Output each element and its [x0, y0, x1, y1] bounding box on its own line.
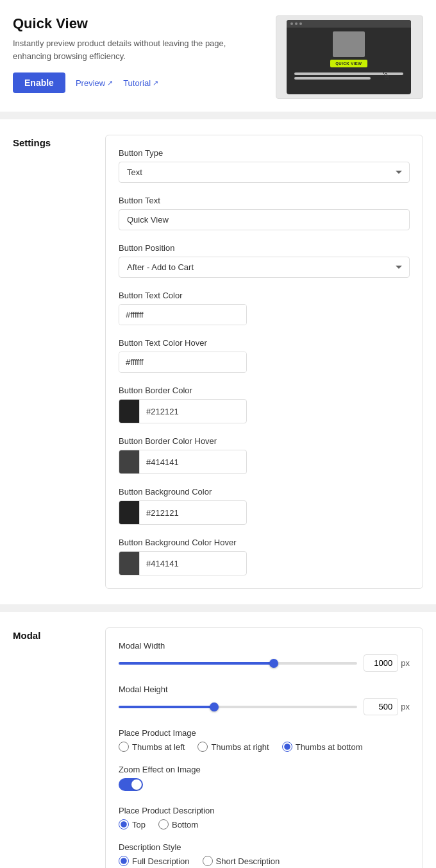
modal-width-thumb[interactable] [269, 659, 278, 668]
modal-panel: Modal Width px Modal Height [105, 627, 423, 868]
modal-width-input[interactable] [364, 654, 398, 672]
hero-content: Quick View Instantly preview product det… [13, 15, 265, 93]
button-text-color-hover-wrapper [119, 352, 247, 373]
modal-width-track[interactable] [119, 662, 357, 665]
description-style-group: Full Description Short Description [119, 856, 410, 866]
modal-height-label: Modal Height [119, 685, 410, 694]
thumbs-bottom-option[interactable]: Thumbs at bottom [282, 742, 363, 752]
button-text-color-hover-field: Button Text Color Hover [119, 338, 410, 373]
settings-panel: Button Type Text Icon Text + Icon Button… [105, 135, 423, 589]
button-position-select[interactable]: After - Add to Cart Before - Add to Cart… [119, 257, 410, 278]
button-text-color-hover-input[interactable] [119, 352, 246, 372]
external-link-icon-2: ↗ [153, 79, 158, 87]
button-border-color-input[interactable] [140, 402, 247, 421]
divider-1 [0, 112, 436, 119]
thumbs-left-radio[interactable] [119, 742, 129, 752]
zoom-effect-field: Zoom Effect on Image [119, 765, 410, 793]
desc-bottom-option[interactable]: Bottom [158, 819, 198, 830]
mockup-product-image [333, 31, 365, 57]
thumbs-right-option[interactable]: Thumbs at right [197, 742, 269, 752]
preview-link[interactable]: Preview ↗ [76, 78, 113, 88]
divider-2 [0, 604, 436, 612]
modal-height-slider-row: px [119, 698, 410, 715]
button-bg-color-hover-input[interactable] [140, 554, 247, 574]
modal-width-value-wrapper: px [364, 654, 410, 672]
thumbs-left-option[interactable]: Thumbs at left [119, 742, 185, 752]
button-text-label: Button Text [119, 196, 410, 205]
button-text-color-label: Button Text Color [119, 291, 410, 300]
hero-image: QUICK VIEW 🖱 [276, 15, 423, 99]
modal-height-input[interactable] [364, 698, 398, 715]
button-border-color-wrapper [119, 399, 247, 423]
button-border-color-label: Button Border Color [119, 386, 410, 395]
place-product-desc-label: Place Product Description [119, 806, 410, 815]
place-product-image-label: Place Product Image [119, 728, 410, 738]
modal-width-label: Modal Width [119, 641, 410, 651]
modal-height-field: Modal Height px [119, 685, 410, 715]
button-position-field: Button Position After - Add to Cart Befo… [119, 243, 410, 278]
button-bg-color-swatch[interactable] [119, 501, 140, 524]
button-bg-color-hover-label: Button Background Color Hover [119, 538, 410, 547]
mockup-dot-2 [295, 22, 298, 25]
desc-top-radio[interactable] [119, 819, 129, 830]
zoom-effect-label: Zoom Effect on Image [119, 765, 410, 774]
full-desc-radio[interactable] [119, 856, 129, 866]
hero-actions: Enable Preview ↗ Tutorial ↗ [13, 72, 265, 93]
button-bg-color-hover-wrapper [119, 551, 247, 575]
short-desc-radio[interactable] [203, 856, 213, 866]
place-product-desc-group: Top Bottom [119, 819, 410, 830]
button-type-label: Button Type [119, 148, 410, 158]
thumbs-right-radio[interactable] [197, 742, 208, 752]
mockup-bar-2 [294, 77, 371, 80]
button-text-input[interactable] [119, 209, 410, 230]
thumbs-bottom-radio[interactable] [282, 742, 292, 752]
button-position-label: Button Position [119, 243, 410, 253]
place-product-image-group: Thumbs at left Thumbs at right Thumbs at… [119, 742, 410, 752]
button-border-color-field: Button Border Color [119, 386, 410, 423]
button-border-color-swatch[interactable] [119, 400, 140, 423]
full-desc-option[interactable]: Full Description [119, 856, 190, 866]
modal-height-unit: px [401, 702, 410, 711]
button-bg-color-hover-swatch[interactable] [119, 552, 140, 575]
mockup-browser-bar [287, 20, 411, 28]
button-text-color-field: Button Text Color [119, 291, 410, 325]
short-desc-option[interactable]: Short Description [203, 856, 280, 866]
button-bg-color-field: Button Background Color [119, 487, 410, 525]
modal-width-unit: px [401, 658, 410, 668]
button-border-color-hover-field: Button Border Color Hover [119, 436, 410, 474]
button-border-color-hover-input[interactable] [140, 452, 247, 472]
modal-width-fill [119, 662, 274, 665]
zoom-effect-toggle[interactable] [119, 778, 143, 791]
button-border-color-hover-wrapper [119, 450, 247, 474]
button-text-color-input[interactable] [119, 305, 246, 325]
mockup-dot-1 [290, 22, 293, 25]
modal-height-value-wrapper: px [364, 698, 410, 715]
modal-width-slider-row: px [119, 654, 410, 672]
zoom-effect-toggle-knob [131, 779, 142, 790]
button-bg-color-input[interactable] [140, 503, 247, 523]
desc-top-option[interactable]: Top [119, 819, 146, 830]
mockup-content: QUICK VIEW [287, 28, 411, 83]
modal-height-track[interactable] [119, 706, 357, 708]
tutorial-link[interactable]: Tutorial ↗ [123, 78, 158, 88]
mockup-dot-3 [299, 22, 302, 25]
hero-title: Quick View [13, 15, 265, 32]
button-type-select[interactable]: Text Icon Text + Icon [119, 162, 410, 183]
desc-bottom-radio[interactable] [158, 819, 169, 830]
mockup-browser: QUICK VIEW 🖱 [287, 20, 411, 94]
button-type-field: Button Type Text Icon Text + Icon [119, 148, 410, 183]
preview-mockup: QUICK VIEW 🖱 [276, 16, 423, 98]
modal-height-thumb[interactable] [210, 702, 219, 711]
button-text-field: Button Text [119, 196, 410, 230]
button-bg-color-hover-field: Button Background Color Hover [119, 538, 410, 575]
mockup-quick-view-btn: QUICK VIEW [330, 60, 367, 67]
settings-label: Settings [13, 135, 90, 148]
place-product-image-field: Place Product Image Thumbs at left Thumb… [119, 728, 410, 752]
description-style-label: Description Style [119, 842, 410, 852]
button-border-color-hover-swatch[interactable] [119, 450, 140, 473]
modal-label: Modal [13, 627, 90, 641]
enable-button[interactable]: Enable [13, 72, 65, 93]
hero-description: Instantly preview product details withou… [13, 37, 265, 62]
place-product-desc-field: Place Product Description Top Bottom [119, 806, 410, 830]
button-bg-color-wrapper [119, 500, 247, 525]
